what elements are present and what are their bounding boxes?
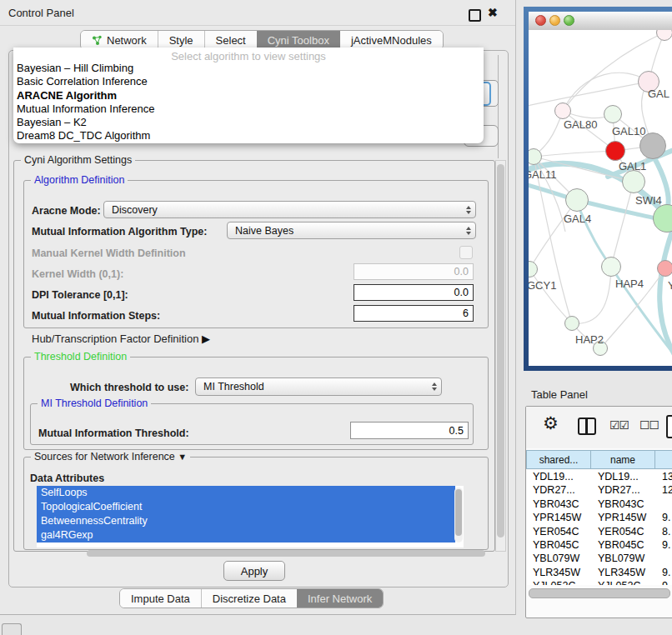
node-y-pink[interactable] — [657, 260, 672, 277]
aracne-mode-label: Aracne Mode: — [32, 205, 101, 217]
spinner-arrows-icon — [466, 222, 471, 238]
network-canvas[interactable]: GALGAL80GAL10GAL1GAL11SWI4GAL4GCY1HAP4YH… — [529, 30, 672, 366]
algorithm-definition-title: Algorithm Definition — [31, 174, 128, 186]
mi-type-value: Naive Bayes — [235, 225, 293, 237]
manual-kernel-label: Manual Kernel Width Definition — [32, 248, 186, 259]
table-row[interactable]: YBR045CYBR045C9. — [527, 538, 672, 552]
node-hap4[interactable] — [601, 257, 621, 277]
node-red[interactable] — [605, 141, 625, 161]
bottom-corner-button[interactable] — [2, 623, 22, 635]
table-row[interactable]: YPR145WYPR145W9. — [527, 511, 672, 524]
network-icon — [92, 35, 103, 46]
table-row[interactable]: YLR345WYLR345W9. — [527, 566, 672, 579]
algorithm-dropdown-list: Bayesian – Hill ClimbingBasic Correlatio… — [13, 62, 484, 143]
control-panel-window: Control Panel ✖ NetworkStyleSelectCyni T… — [0, 0, 516, 615]
kernel-width-field[interactable] — [354, 263, 474, 280]
which-threshold-combo[interactable]: MI Threshold — [195, 378, 442, 396]
partial-toolbar-icon[interactable] — [666, 415, 672, 438]
table-row[interactable]: YBR043CYBR043C — [527, 498, 672, 511]
kernel-width-label: Kernel Width (0,1): — [32, 268, 123, 280]
table-panel: ⚙ ☑☑ ☐☐ shared...name YDL19...YDL19...13… — [525, 406, 672, 618]
attribute-item-gal4rgexp[interactable]: gal4RGexp — [37, 528, 455, 542]
tab-select[interactable]: Select — [204, 31, 257, 49]
algorithm-option-dream8-dc-tdc-algorithm[interactable]: Dream8 DC_TDC Algorithm — [13, 129, 484, 142]
node-label-gal1: GAL1 — [619, 160, 646, 172]
dropdown-placeholder: Select algorithm to view settings — [13, 48, 484, 62]
data-attributes-list[interactable]: SelfLoopsTopologicalCoefficientBetweenne… — [37, 486, 464, 548]
deselect-all-icon[interactable]: ☐☐ — [639, 418, 659, 432]
settings-vertical-scrollbar[interactable] — [495, 160, 506, 552]
node-gal4[interactable] — [565, 188, 589, 212]
tab-network[interactable]: Network — [81, 31, 158, 49]
node-hap2[interactable] — [564, 316, 579, 331]
table-row[interactable]: YER054CYER054C8. — [527, 525, 672, 538]
network-view-window: GALGAL80GAL10GAL1GAL11SWI4GAL4GCY1HAP4YH… — [524, 7, 672, 371]
table-row[interactable]: YDR27...YDR27...12 — [527, 483, 672, 497]
zoom-traffic-light-icon[interactable] — [564, 15, 574, 26]
expand-right-icon: ▶ — [202, 332, 210, 345]
algorithm-option-basic-correlation-inference[interactable]: Basic Correlation Inference — [13, 75, 484, 88]
control-panel-titlebar: Control Panel ✖ — [0, 0, 515, 26]
node-label-hap2: HAP2 — [575, 333, 604, 346]
table-row[interactable]: YBL079WYBL079W — [527, 552, 672, 565]
settings-group-title: Cyni Algorithm Settings — [21, 154, 135, 166]
table-horizontal-scrollbar[interactable] — [529, 588, 670, 598]
apply-button[interactable]: Apply — [223, 561, 285, 581]
dpi-tolerance-field[interactable] — [354, 284, 474, 301]
table-toolbar: ⚙ ☑☑ ☐☐ — [526, 407, 672, 448]
node-green-upper[interactable] — [604, 105, 622, 123]
aracne-mode-combo[interactable]: Discovery — [103, 201, 476, 218]
close-traffic-light-icon[interactable] — [535, 15, 546, 26]
tab-discretize-data[interactable]: Discretize Data — [201, 589, 297, 608]
column-header-extra[interactable] — [655, 450, 672, 469]
node-gal1[interactable] — [622, 170, 645, 193]
attribute-item-selfloops[interactable]: SelfLoops — [37, 486, 455, 500]
table-rows: YDL19...YDL19...13YDR27...YDR27...12YBR0… — [527, 470, 672, 585]
tab-style[interactable]: Style — [158, 31, 204, 49]
table-row[interactable]: YJL052CYJL052C9 — [527, 579, 672, 585]
tab-jactivemnodules[interactable]: jActiveMNodules — [340, 31, 443, 49]
column-header-name[interactable]: name — [591, 450, 655, 469]
column-view-icon[interactable] — [578, 418, 596, 435]
manual-kernel-checkbox[interactable] — [459, 246, 473, 259]
algorithm-option-bayesian-hill-climbing[interactable]: Bayesian – Hill Climbing — [13, 62, 484, 75]
close-icon[interactable]: ✖ — [488, 6, 498, 19]
node-label-gcy1: GCY1 — [529, 279, 556, 292]
threshold-definition-title: Threshold Definition — [31, 351, 130, 362]
attribute-item-betweennesscentrality[interactable]: BetweennessCentrality — [37, 514, 455, 528]
settings-gear-icon[interactable]: ⚙ — [543, 413, 559, 433]
hub-definition-toggle[interactable]: Hub/Transcription Factor Definition ▶ — [32, 332, 210, 345]
table-row[interactable]: YDL19...YDL19...13 — [527, 470, 672, 483]
node-label-swi4: SWI4 — [635, 194, 662, 207]
node-label-hap4: HAP4 — [615, 278, 644, 290]
node-label-gal11: GAL11 — [529, 168, 557, 181]
node-label-gal4: GAL4 — [564, 212, 591, 225]
bottom-tabs: Impute DataDiscretize DataInfer Network — [119, 588, 384, 608]
node-label-gal: GAL — [648, 88, 669, 100]
mi-steps-field[interactable] — [354, 305, 474, 322]
network-window-titlebar — [529, 12, 672, 31]
attribute-item-topologicalcoefficient[interactable]: TopologicalCoefficient — [37, 500, 455, 514]
mi-threshold-field[interactable] — [350, 422, 469, 439]
list-scrollbar[interactable] — [454, 488, 463, 542]
node-gal80[interactable] — [554, 102, 571, 119]
dpi-tolerance-label: DPI Tolerance [0,1]: — [32, 289, 128, 301]
float-window-icon[interactable] — [469, 9, 481, 22]
select-all-icon[interactable]: ☑☑ — [609, 418, 629, 432]
tab-infer-network[interactable]: Infer Network — [297, 589, 383, 608]
tab-cyni-toolbox[interactable]: Cyni Toolbox — [257, 31, 340, 49]
collapse-down-icon[interactable]: ▼ — [178, 452, 187, 462]
tab-impute-data[interactable]: Impute Data — [120, 589, 201, 608]
algorithm-option-mutual-information-inference[interactable]: Mutual Information Inference — [13, 102, 484, 116]
settings-horizontal-scrollbar[interactable] — [87, 550, 485, 557]
minimize-traffic-light-icon[interactable] — [549, 15, 560, 26]
mi-type-combo[interactable]: Naive Bayes — [227, 222, 476, 239]
spinner-arrows-icon — [432, 378, 437, 395]
table-header-row: shared...name — [526, 450, 672, 469]
algorithm-dropdown: Select algorithm to view settings Bayesi… — [13, 48, 484, 143]
column-header-shared[interactable]: shared... — [526, 450, 591, 469]
node-label-gal80: GAL80 — [564, 118, 597, 131]
algorithm-option-aracne-algorithm[interactable]: ARACNE Algorithm — [13, 89, 484, 102]
spinner-arrows-icon — [466, 202, 471, 218]
algorithm-option-bayesian-k2[interactable]: Bayesian – K2 — [13, 116, 484, 129]
